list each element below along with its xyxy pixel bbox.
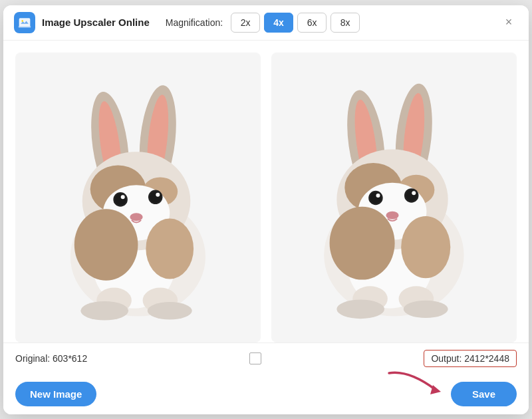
- save-button[interactable]: Save: [451, 382, 517, 406]
- app-icon: [14, 12, 35, 33]
- svg-point-1: [21, 20, 23, 22]
- svg-point-38: [376, 194, 380, 198]
- svg-rect-0: [19, 18, 31, 26]
- svg-point-43: [330, 207, 395, 280]
- original-info: Original: 603*612: [15, 353, 87, 364]
- svg-point-48: [404, 301, 448, 318]
- upscaled-rabbit: [271, 53, 517, 343]
- svg-point-37: [370, 192, 382, 204]
- svg-point-15: [121, 196, 125, 200]
- svg-point-19: [130, 213, 143, 221]
- svg-marker-49: [430, 385, 441, 394]
- svg-point-42: [386, 211, 399, 219]
- svg-point-24: [80, 301, 128, 321]
- magnification-label: Magnification:: [166, 17, 223, 28]
- mag-btn-2x[interactable]: 2x: [231, 13, 260, 33]
- svg-point-44: [401, 216, 450, 278]
- svg-point-21: [146, 219, 194, 279]
- mag-btn-4x[interactable]: 4x: [264, 13, 293, 33]
- main-window: Image Upscaler Online Magnification: 2x …: [3, 5, 529, 414]
- close-button[interactable]: ×: [499, 13, 518, 32]
- magnification-buttons: 2x 4x 6x 8x: [231, 13, 360, 33]
- svg-point-47: [336, 300, 384, 319]
- mag-btn-6x[interactable]: 6x: [297, 13, 327, 33]
- svg-rect-2: [19, 26, 31, 28]
- compare-icon[interactable]: [249, 352, 261, 364]
- svg-point-18: [156, 193, 160, 197]
- svg-point-20: [74, 209, 138, 281]
- new-image-button[interactable]: New Image: [15, 382, 96, 406]
- upscaled-image-panel: [271, 53, 517, 343]
- status-bar: Original: 603*612 Output: 2412*2448: [3, 343, 529, 374]
- svg-point-40: [406, 190, 417, 202]
- output-info: Output: 2412*2448: [424, 350, 517, 367]
- svg-point-41: [412, 192, 416, 196]
- bottom-bar: New Image Save: [3, 374, 529, 414]
- svg-point-14: [115, 194, 126, 206]
- mag-btn-8x[interactable]: 8x: [331, 13, 360, 33]
- app-title: Image Upscaler Online: [42, 17, 150, 28]
- title-bar: Image Upscaler Online Magnification: 2x …: [3, 5, 529, 41]
- content-area: [3, 41, 529, 343]
- svg-point-25: [148, 302, 192, 319]
- original-rabbit: [15, 53, 261, 343]
- svg-point-17: [150, 192, 161, 203]
- original-image-panel: [15, 53, 261, 343]
